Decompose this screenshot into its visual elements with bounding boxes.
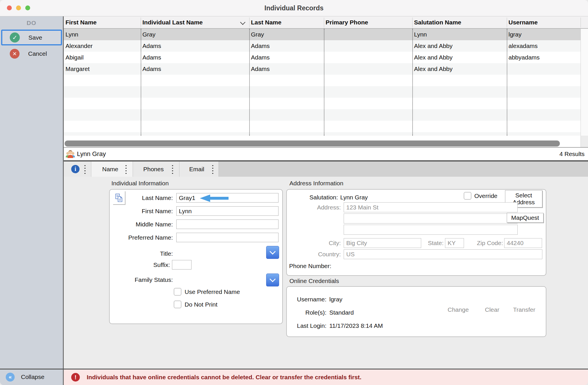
- save-button[interactable]: ✓ Save: [1, 30, 62, 45]
- column-separator: [324, 29, 324, 136]
- preferred-name-input[interactable]: [176, 233, 278, 242]
- cell-individual-last-name: Adams: [142, 52, 161, 63]
- tab-menu-dots-icon[interactable]: [212, 164, 213, 174]
- tab-phones[interactable]: Phones: [133, 161, 179, 177]
- roles-label: Role(s):: [287, 309, 326, 316]
- table-row-margaret-adams[interactable]: Margaret Adams Adams Alex and Abby: [64, 63, 581, 75]
- use-preferred-name-label: Use Preferred Name: [185, 288, 240, 296]
- last-name-label: Last Name:: [113, 193, 173, 203]
- middle-name-label: Middle Name:: [113, 220, 173, 229]
- column-header-username[interactable]: Username: [508, 16, 538, 28]
- chevron-down-icon: [270, 249, 276, 255]
- tab-menu-dots-icon[interactable]: [172, 164, 173, 174]
- header-separator: [507, 18, 507, 28]
- selected-record-bar: Lynn Gray 4 Results: [64, 148, 588, 161]
- tab-email[interactable]: Email: [179, 161, 219, 177]
- error-message: Individuals that have online credentials…: [87, 374, 361, 381]
- window-title: Individual Records: [0, 0, 588, 16]
- state-label: State:: [425, 238, 444, 248]
- column-header-first-name[interactable]: First Name: [65, 16, 97, 28]
- state-input[interactable]: [445, 238, 464, 248]
- column-header-last-name[interactable]: Last Name: [251, 16, 281, 28]
- cell-username: lgray: [508, 29, 522, 40]
- empty-row: [64, 75, 581, 86]
- preferred-name-label: Preferred Name:: [113, 233, 173, 242]
- online-credentials-title: Online Credentials: [289, 278, 339, 284]
- column-separator: [141, 29, 141, 136]
- address-information-panel: Salutation: Lynn Gray Override Select Ad…: [286, 189, 546, 276]
- title-dropdown-button[interactable]: [266, 246, 279, 259]
- use-preferred-name-checkbox[interactable]: [174, 288, 181, 296]
- cell-username: abbyadams: [508, 52, 540, 63]
- do-not-print-label: Do Not Print: [185, 301, 217, 308]
- first-name-input[interactable]: [176, 206, 278, 216]
- cell-first-name: Abigail: [65, 52, 84, 63]
- column-header-primary-phone[interactable]: Primary Phone: [326, 16, 368, 28]
- selected-record-name: Lynn Gray: [77, 148, 106, 160]
- column-separator: [412, 29, 413, 136]
- roles-value: Standard: [329, 309, 354, 316]
- tab-email-label: Email: [189, 161, 204, 177]
- column-header-salutation-name[interactable]: Salutation Name: [414, 16, 461, 28]
- cancel-button[interactable]: × Cancel: [1, 47, 62, 60]
- sidebar-heading: DO: [0, 20, 63, 26]
- empty-row: [64, 132, 581, 136]
- zip-code-label: Zip Code:: [471, 238, 503, 248]
- tab-menu-dots-icon[interactable]: [84, 164, 86, 174]
- cell-username: alexadams: [508, 40, 538, 52]
- address-line3-input[interactable]: [344, 225, 518, 235]
- clear-button[interactable]: Clear: [485, 306, 499, 313]
- title-bar: Individual Records: [0, 0, 588, 16]
- app-window: Individual Records DO ✓ Save × Cancel « …: [0, 0, 588, 385]
- address-label: Address:: [287, 202, 341, 212]
- chevron-down-icon: [270, 276, 276, 282]
- save-check-icon: ✓: [10, 32, 20, 43]
- family-status-dropdown-button[interactable]: [266, 274, 279, 286]
- vertical-scrollbar-track[interactable]: [581, 29, 588, 136]
- username-label: Username:: [287, 296, 326, 303]
- table-row-abigail-adams[interactable]: Abigail Adams Adams Alex and Abby abbyad…: [64, 52, 581, 63]
- city-input[interactable]: [344, 238, 421, 248]
- individual-information-panel: Last Name: First Name: Middle Name: Pref…: [109, 189, 283, 324]
- tab-menu-dots-icon[interactable]: [125, 164, 127, 174]
- address-line1-input[interactable]: [344, 202, 518, 212]
- last-login-label: Last Login:: [287, 322, 326, 329]
- empty-row: [64, 121, 581, 132]
- title-label: Title:: [113, 247, 173, 260]
- do-not-print-checkbox[interactable]: [174, 301, 181, 308]
- column-separator: [249, 29, 250, 136]
- transfer-button[interactable]: Transfer: [513, 306, 535, 313]
- change-button[interactable]: Change: [448, 306, 469, 313]
- cell-first-name: Alexander: [65, 40, 93, 52]
- table-body: Lynn Gray Gray Lynn lgray Alexander Adam…: [64, 29, 588, 136]
- records-table: First Name Individual Last Name Last Nam…: [64, 16, 588, 148]
- mapquest-button[interactable]: MapQuest: [507, 213, 543, 223]
- country-label: Country:: [287, 249, 341, 259]
- cell-last-name: Adams: [251, 40, 270, 52]
- address-information-title: Address Information: [289, 180, 343, 187]
- middle-name-input[interactable]: [176, 220, 278, 229]
- horizontal-scrollbar-track[interactable]: [64, 136, 581, 147]
- empty-row: [64, 98, 581, 109]
- username-value: lgray: [329, 296, 343, 303]
- sort-chevron-icon[interactable]: [240, 20, 245, 25]
- collapse-sidebar-button[interactable]: « Collapse: [0, 369, 63, 384]
- table-row-lynn-gray[interactable]: Lynn Gray Gray Lynn lgray: [64, 29, 581, 40]
- header-separator: [324, 18, 324, 28]
- column-separator: [507, 29, 507, 136]
- zip-code-input[interactable]: [504, 238, 542, 248]
- info-tab[interactable]: i: [64, 161, 91, 177]
- tab-name[interactable]: Name: [91, 161, 133, 177]
- cell-salutation-name: Alex and Abby: [414, 40, 452, 52]
- table-row-alexander-adams[interactable]: Alexander Adams Adams Alex and Abby alex…: [64, 40, 581, 52]
- suffix-input[interactable]: [172, 260, 192, 270]
- info-icon[interactable]: i: [71, 165, 80, 173]
- column-header-individual-last-name[interactable]: Individual Last Name: [142, 16, 203, 28]
- address-line2-input[interactable]: [344, 213, 518, 224]
- collapse-chevrons-icon: «: [6, 373, 15, 382]
- online-credentials-panel: Username: lgray Role(s): Standard Last L…: [286, 286, 546, 337]
- horizontal-scrollbar-thumb[interactable]: [65, 140, 560, 147]
- suffix-label: Suffix:: [113, 260, 170, 270]
- country-input[interactable]: [344, 249, 542, 259]
- override-checkbox[interactable]: [464, 192, 471, 200]
